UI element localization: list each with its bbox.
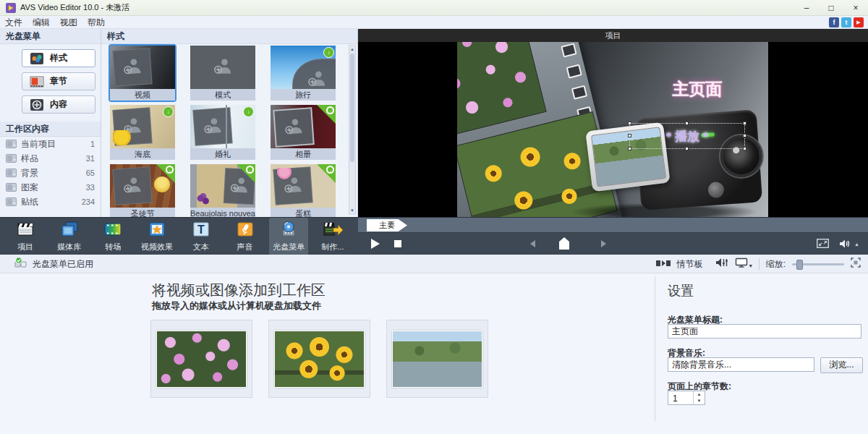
chapters-count-spinner[interactable]: 1 ▲ ▼ — [668, 391, 705, 405]
settings-header: 设置 — [668, 282, 694, 299]
media-card[interactable] — [386, 320, 488, 398]
toolbar-item-声音[interactable]: 声音 — [226, 218, 265, 255]
toolbar-item-光盘菜单[interactable]: 光盘菜单 — [269, 218, 308, 255]
media-card[interactable] — [150, 320, 252, 398]
style-thumbnail-模式[interactable]: 模式 — [190, 46, 255, 101]
media-cards — [150, 320, 488, 398]
list-item-label: 当前项目 — [21, 138, 90, 150]
toolbar-item-视频效果[interactable]: 视频效果 — [137, 218, 176, 255]
storyboard-label[interactable]: 情节板 — [677, 258, 703, 271]
audio-icon — [235, 221, 255, 241]
download-arrow-icon: ↓ — [326, 106, 334, 114]
style-thumbnail-视频[interactable]: 视频 — [110, 46, 175, 101]
style-thumbnail-相册[interactable]: ↓相册 — [271, 105, 336, 160]
monitor-mode-icon[interactable]: ▾ — [735, 258, 752, 271]
list-item-count: 234 — [82, 197, 95, 206]
spinner-down-icon[interactable]: ▼ — [694, 398, 705, 404]
volume-caret-icon[interactable]: ▲ — [854, 242, 859, 247]
sidebar-button-内容[interactable]: 内容 — [22, 95, 95, 114]
tab-main[interactable]: 主要 — [367, 219, 407, 231]
play-menu-item[interactable]: * 播放 * — [629, 123, 745, 149]
play-button[interactable] — [371, 239, 380, 249]
photo-placeholder — [292, 59, 336, 89]
person-placeholder-icon — [211, 56, 234, 79]
style-thumbnail-婚礼[interactable]: ↓婚礼 — [190, 105, 255, 160]
toolbar-item-label: 声音 — [237, 242, 253, 252]
window-close-button[interactable]: × — [843, 0, 868, 16]
previous-chapter-icon[interactable] — [530, 240, 535, 247]
volume-icon[interactable] — [839, 239, 851, 249]
toolbar-item-项目[interactable]: 项目 — [6, 218, 45, 255]
audio-mixer-icon[interactable] — [715, 258, 728, 271]
style-thumbnail-label: 蛋糕 — [271, 208, 336, 217]
status-left: 光盘菜单已启用 — [13, 255, 93, 273]
thumbnail-folder-icon — [6, 140, 17, 148]
facebook-icon[interactable]: f — [829, 17, 839, 27]
style-thumbnail-圣徒节[interactable]: ↓圣徒节 — [110, 164, 175, 217]
window-minimize-button[interactable]: – — [794, 0, 819, 16]
disc-menu-preview-scene: 主页面 * 播放 * — [457, 42, 768, 217]
chapters-icon — [30, 75, 44, 88]
scroll-up-icon[interactable]: ▲ — [349, 46, 355, 53]
menu-item-3[interactable]: 帮助 — [82, 17, 110, 27]
window-controls: –□× — [794, 0, 868, 16]
list-item-图案[interactable]: 图案33 — [0, 180, 101, 195]
toolbar-item-label: 制作... — [321, 242, 344, 252]
stop-button[interactable] — [394, 240, 401, 247]
next-chapter-icon[interactable] — [601, 240, 606, 247]
toolbar-item-制作...[interactable]: 制作... — [313, 218, 352, 255]
app-icon — [6, 3, 16, 13]
chapter-marker-icon[interactable] — [559, 237, 569, 250]
fullscreen-icon[interactable] — [817, 239, 829, 248]
sidebar-button-章节[interactable]: 章节 — [22, 72, 95, 90]
menu-item-1[interactable]: 编辑 — [27, 17, 55, 27]
fit-to-screen-icon[interactable] — [851, 258, 861, 271]
style-thumbnail-海底[interactable]: ↓海底 — [110, 105, 175, 160]
zoom-slider[interactable] — [792, 259, 844, 269]
workspace-title: 将视频或图像添加到工作区 — [152, 281, 326, 300]
list-item-count: 1 — [90, 140, 95, 148]
toolbar-item-label: 媒体库 — [57, 242, 81, 252]
style-thumbnail-label: 圣徒节 — [110, 208, 175, 217]
menu-title-text[interactable]: 主页面 — [639, 78, 755, 101]
spinner-up-icon[interactable]: ▲ — [694, 391, 705, 398]
scrollbar-thumb[interactable] — [350, 54, 354, 162]
window-maximize-button[interactable]: □ — [819, 0, 843, 16]
menu-item-2[interactable]: 视图 — [55, 17, 82, 27]
style-thumbnail-蛋糕[interactable]: ↓蛋糕 — [271, 164, 336, 217]
toolbar-item-转场[interactable]: 转场 — [93, 218, 132, 255]
thumbnail-folder-icon — [6, 197, 17, 206]
menu-item-0[interactable]: 文件 — [0, 17, 27, 27]
media-card[interactable] — [268, 320, 370, 398]
youtube-icon[interactable]: ▶ — [854, 17, 864, 27]
monitor-caret-icon[interactable]: ▾ — [749, 263, 752, 269]
browse-button[interactable]: 浏览... — [820, 357, 863, 373]
background-music-input[interactable] — [668, 357, 814, 372]
sidebar-button-样式[interactable]: 样式 — [22, 49, 95, 67]
style-thumbnail-label: Beaujolais nouveau — [190, 208, 255, 217]
scrollbar[interactable]: ▲ ▼ — [349, 45, 356, 215]
pattern-thumbnail-image — [190, 46, 255, 89]
thumbnail-folder-icon — [6, 183, 17, 192]
download-badge: ↓ — [323, 47, 334, 58]
list-item-背景[interactable]: 背景65 — [0, 166, 101, 180]
list-item-贴纸[interactable]: 贴纸234 — [0, 195, 101, 209]
scroll-down-icon[interactable]: ▼ — [349, 207, 355, 214]
photo-placeholder — [273, 166, 314, 205]
produce-icon — [322, 221, 344, 241]
style-thumbnail-旅行[interactable]: ↓旅行 — [271, 46, 336, 101]
beaujolais-thumbnail-image: ↓ — [190, 164, 255, 208]
list-item-样品[interactable]: 样品31 — [0, 151, 101, 166]
zoom-slider-thumb[interactable] — [796, 260, 803, 270]
style-thumbnail-label: 婚礼 — [190, 148, 255, 160]
toolbar-item-文本[interactable]: T文本 — [182, 218, 221, 255]
photo-placeholder — [113, 48, 153, 87]
disc-menu-title-input[interactable] — [668, 324, 861, 339]
list-item-当前项目[interactable]: 当前项目1 — [0, 137, 101, 151]
storyboard-icon[interactable] — [656, 258, 671, 271]
person-placeholder-icon — [305, 69, 328, 89]
style-thumbnail-label: 海底 — [110, 148, 175, 160]
toolbar-item-媒体库[interactable]: 媒体库 — [50, 218, 89, 255]
style-thumbnail-Beaujolais nouveau[interactable]: ↓Beaujolais nouveau — [190, 164, 255, 217]
twitter-icon[interactable]: t — [841, 17, 851, 27]
